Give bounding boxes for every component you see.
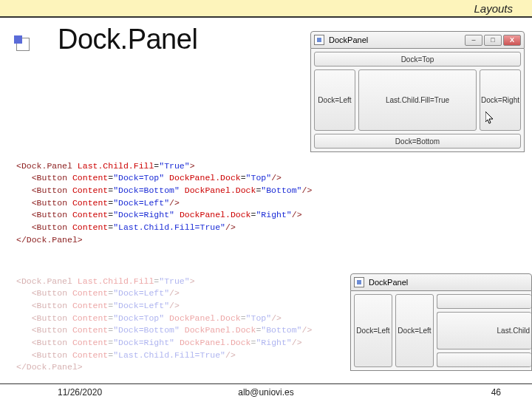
page-title: Dock.Panel bbox=[58, 24, 197, 55]
header-band: Layouts bbox=[0, 0, 532, 18]
pane-dock-left[interactable]: Dock=Left bbox=[314, 69, 355, 131]
pane-dock-bottom[interactable] bbox=[437, 352, 531, 367]
footer: 11/26/2020 alb@uniovi.es 46 bbox=[0, 387, 532, 398]
footer-date: 11/26/2020 bbox=[58, 387, 102, 398]
dockpanel-example-window-2: DockPanel Dock=Left Dock=Left Last.Child bbox=[350, 273, 532, 371]
pane-dock-top[interactable] bbox=[437, 294, 531, 309]
pane-dock-bottom[interactable]: Dock=Bottom bbox=[314, 134, 521, 149]
window-client-area: Dock=Top Dock=Bottom Dock=Left Dock=Righ… bbox=[310, 49, 525, 152]
minimize-button[interactable]: – bbox=[465, 35, 482, 46]
window-titlebar: DockPanel bbox=[350, 273, 532, 291]
title-bullet bbox=[16, 38, 30, 51]
window-title: DockPanel bbox=[369, 278, 408, 287]
code-block-2: <Dock.Panel Last.Child.Fill="True"> <But… bbox=[16, 263, 364, 374]
footer-email: alb@uniovi.es bbox=[238, 387, 294, 398]
pane-dock-top[interactable]: Dock=Top bbox=[314, 52, 521, 66]
pane-dock-left-1[interactable]: Dock=Left bbox=[354, 294, 392, 367]
app-icon bbox=[314, 35, 324, 45]
close-button[interactable]: X bbox=[503, 35, 521, 46]
pane-dock-center[interactable]: Last.Child bbox=[437, 312, 531, 349]
dockpanel-example-window-1: DockPanel – □ X Dock=Top Dock=Bottom Doc… bbox=[310, 31, 525, 152]
footer-divider bbox=[0, 383, 532, 385]
window-title: DockPanel bbox=[329, 35, 368, 44]
section-label: Layouts bbox=[474, 2, 513, 15]
maximize-button[interactable]: □ bbox=[484, 35, 502, 46]
pane-dock-left-2[interactable]: Dock=Left bbox=[395, 294, 434, 367]
app-icon bbox=[354, 277, 364, 287]
pane-dock-center[interactable]: Last.Child.Fill=True bbox=[358, 69, 477, 131]
window-titlebar: DockPanel – □ X bbox=[310, 31, 525, 49]
window-controls: – □ X bbox=[465, 35, 521, 46]
cursor-icon bbox=[485, 112, 494, 125]
page-number: 46 bbox=[491, 387, 517, 398]
bullet-square-icon bbox=[14, 35, 22, 44]
code-block-1: <Dock.Panel Last.Child.Fill="True"> <But… bbox=[16, 148, 430, 246]
window-client-area: Dock=Left Dock=Left Last.Child bbox=[350, 291, 532, 371]
